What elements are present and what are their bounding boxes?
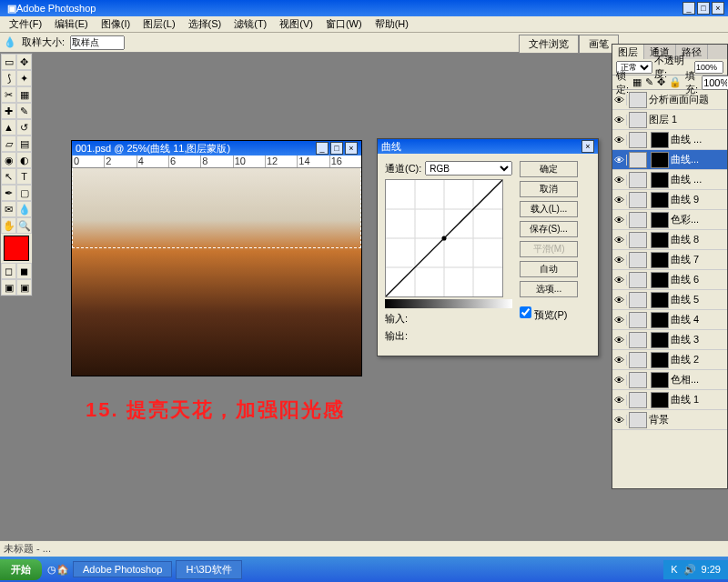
menu-help[interactable]: 帮助(H): [369, 17, 414, 31]
layer-row[interactable]: 👁分析画面问题: [612, 90, 727, 110]
clock[interactable]: 9:29: [702, 564, 721, 575]
opacity-input[interactable]: [694, 61, 723, 74]
layer-mask-thumbnail[interactable]: [651, 292, 669, 308]
layer-mask-thumbnail[interactable]: [651, 272, 669, 288]
layer-thumbnail[interactable]: [629, 412, 647, 428]
layer-mask-thumbnail[interactable]: [651, 132, 669, 148]
visibility-icon[interactable]: 👁: [612, 115, 627, 125]
visibility-icon[interactable]: 👁: [612, 215, 627, 226]
type-tool[interactable]: T: [16, 168, 32, 185]
visibility-icon[interactable]: 👁: [612, 355, 627, 366]
curves-titlebar[interactable]: 曲线 ×: [378, 139, 598, 154]
foreground-color-swatch[interactable]: [4, 236, 29, 261]
layer-thumbnail[interactable]: [629, 192, 647, 208]
layer-mask-thumbnail[interactable]: [651, 172, 669, 188]
layer-mask-thumbnail[interactable]: [651, 372, 669, 388]
layer-row[interactable]: 👁曲线 9: [612, 190, 727, 210]
layer-thumbnail[interactable]: [629, 352, 647, 368]
document-titlebar[interactable]: 001.psd @ 25%(曲线 11,图层蒙版) _ □ ×: [72, 141, 361, 156]
menu-filter[interactable]: 滤镜(T): [228, 17, 272, 31]
dodge-tool[interactable]: ◐: [16, 152, 32, 168]
brush-tool[interactable]: ✎: [16, 103, 32, 119]
tray-icon[interactable]: K: [671, 564, 677, 575]
cancel-button[interactable]: 取消: [520, 181, 578, 197]
gradient-bar[interactable]: [385, 299, 512, 308]
close-button[interactable]: ×: [712, 2, 724, 15]
layer-row[interactable]: 👁曲线 5: [612, 290, 727, 310]
eyedropper-icon[interactable]: 💧: [4, 36, 16, 48]
doc-minimize-button[interactable]: _: [316, 142, 329, 155]
tab-layers[interactable]: 图层: [612, 45, 644, 59]
layer-thumbnail[interactable]: [629, 272, 647, 288]
preview-checkbox[interactable]: [520, 306, 531, 318]
layer-row[interactable]: 👁曲线 4: [612, 310, 727, 330]
taskbar-item-explorer[interactable]: H:\3D软件: [176, 560, 241, 579]
menu-file[interactable]: 文件(F): [4, 17, 47, 31]
visibility-icon[interactable]: 👁: [612, 155, 627, 166]
layer-row[interactable]: 👁色相...: [612, 370, 727, 390]
ok-button[interactable]: 确定: [520, 161, 578, 177]
start-button[interactable]: 开始: [0, 559, 42, 580]
sample-size-select[interactable]: [70, 35, 125, 50]
layer-mask-thumbnail[interactable]: [651, 192, 669, 208]
layer-row[interactable]: 👁曲线 7: [612, 250, 727, 270]
crop-tool[interactable]: ✂: [1, 86, 16, 103]
visibility-icon[interactable]: 👁: [612, 395, 627, 406]
visibility-icon[interactable]: 👁: [612, 335, 627, 346]
layer-thumbnail[interactable]: [629, 392, 647, 408]
lock-all-icon[interactable]: 🔒: [669, 76, 682, 88]
taskbar-item-photoshop[interactable]: Adobe Photoshop: [73, 561, 172, 577]
menu-select[interactable]: 选择(S): [183, 17, 228, 31]
layer-row[interactable]: 👁曲线 6: [612, 270, 727, 290]
zoom-tool[interactable]: 🔍: [16, 217, 32, 234]
menu-window[interactable]: 窗口(W): [320, 17, 368, 31]
doc-maximize-button[interactable]: □: [330, 142, 343, 155]
visibility-icon[interactable]: 👁: [612, 135, 627, 146]
layer-thumbnail[interactable]: [629, 232, 647, 248]
options-button[interactable]: 选项...: [520, 281, 578, 297]
quicklaunch-icon[interactable]: ◷: [47, 564, 56, 576]
heal-tool[interactable]: ✚: [1, 103, 16, 119]
lock-pixels-icon[interactable]: ✎: [645, 76, 653, 88]
eraser-tool[interactable]: ▱: [1, 135, 16, 152]
layer-thumbnail[interactable]: [629, 152, 647, 168]
layer-thumbnail[interactable]: [629, 332, 647, 348]
visibility-icon[interactable]: 👁: [612, 95, 627, 105]
layer-mask-thumbnail[interactable]: [651, 212, 669, 228]
layer-row[interactable]: 👁曲线 ...: [612, 130, 727, 150]
visibility-icon[interactable]: 👁: [612, 235, 627, 246]
minimize-button[interactable]: _: [682, 2, 695, 15]
tray-icon-2[interactable]: 🔊: [683, 564, 696, 576]
fill-input[interactable]: [702, 75, 728, 90]
lasso-tool[interactable]: ⟆: [1, 70, 16, 86]
gradient-tool[interactable]: ▤: [16, 135, 32, 152]
layer-thumbnail[interactable]: [629, 172, 647, 188]
layer-mask-thumbnail[interactable]: [651, 232, 669, 248]
layer-row[interactable]: 👁曲线 2: [612, 350, 727, 370]
layer-thumbnail[interactable]: [629, 292, 647, 308]
layer-row[interactable]: 👁曲线 1: [612, 390, 727, 410]
layer-row[interactable]: 👁曲线...: [612, 150, 727, 170]
visibility-icon[interactable]: 👁: [612, 295, 627, 306]
document-canvas[interactable]: [72, 168, 361, 376]
layer-thumbnail[interactable]: [629, 92, 647, 108]
blur-tool[interactable]: ◉: [1, 152, 16, 168]
layer-thumbnail[interactable]: [629, 212, 647, 228]
layer-thumbnail[interactable]: [629, 312, 647, 328]
layer-thumbnail[interactable]: [629, 132, 647, 148]
eyedropper-tool[interactable]: 💧: [16, 201, 32, 217]
layer-mask-thumbnail[interactable]: [651, 332, 669, 348]
layer-mask-thumbnail[interactable]: [651, 252, 669, 268]
visibility-icon[interactable]: 👁: [612, 315, 627, 326]
history-brush-tool[interactable]: ↺: [16, 119, 32, 135]
screenmode-a[interactable]: ▣: [1, 279, 16, 296]
quicklaunch-icon-2[interactable]: 🏠: [56, 564, 69, 576]
load-button[interactable]: 载入(L)...: [520, 201, 578, 217]
channel-select[interactable]: RGB: [425, 161, 512, 176]
layer-row[interactable]: 👁曲线 3: [612, 330, 727, 350]
menu-edit[interactable]: 编辑(E): [49, 17, 94, 31]
visibility-icon[interactable]: 👁: [612, 195, 627, 206]
menu-view[interactable]: 视图(V): [274, 17, 318, 31]
quickmask-on[interactable]: ◼: [16, 263, 32, 279]
screenmode-b[interactable]: ▣: [16, 279, 32, 296]
